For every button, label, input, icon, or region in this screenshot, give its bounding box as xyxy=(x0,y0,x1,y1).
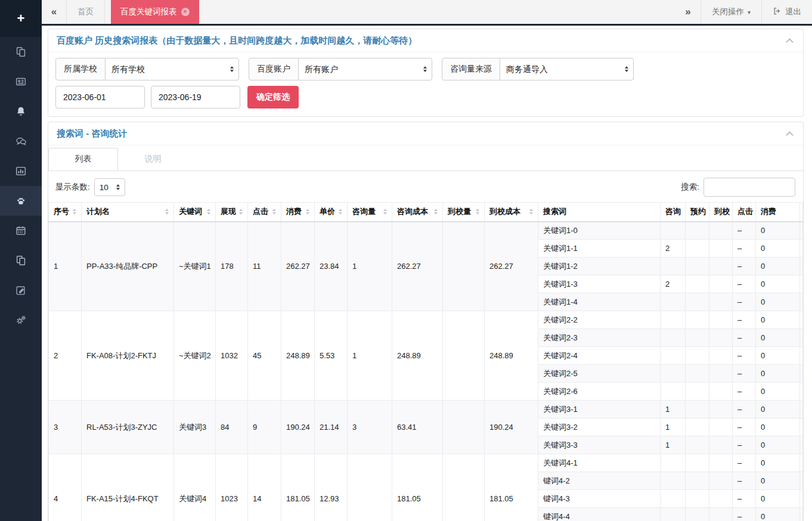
cell-search-term: 关键词2-4 xyxy=(538,347,661,365)
column-header[interactable]: 关键词 xyxy=(174,203,216,222)
cell-term-reserve xyxy=(686,401,709,418)
column-header[interactable]: 消费 xyxy=(281,203,315,222)
tab-description[interactable]: 说明 xyxy=(118,148,188,170)
sidebar-item-files[interactable] xyxy=(0,246,42,275)
sign-out-icon xyxy=(773,7,782,17)
cell-search-term: 关键词2-6 xyxy=(538,383,661,401)
cell-term-click: – xyxy=(733,293,756,311)
sort-icon xyxy=(165,209,169,215)
close-tab-icon[interactable]: × xyxy=(181,8,190,16)
cell-term-arrive xyxy=(709,222,733,240)
cell-spacer xyxy=(800,490,803,508)
cell-arrival-cost: 190.24 xyxy=(485,401,538,454)
table-row: 2FK-A08-计划2-FKTJ~关键词2103245248.895.53124… xyxy=(49,311,803,329)
cell-term-cost: 0 xyxy=(756,490,800,508)
collapse-chevron-icon[interactable] xyxy=(786,38,794,46)
cell-spacer xyxy=(800,365,803,383)
cell-arrival-cost: 248.89 xyxy=(485,311,538,401)
cell-term-inquiry xyxy=(661,222,686,240)
cell-inquiry-cost: 63.41 xyxy=(392,401,443,454)
sidebar-item-settings[interactable] xyxy=(0,305,42,335)
cell-term-cost: 0 xyxy=(756,311,800,329)
gears-icon xyxy=(14,314,27,327)
cell-term-inquiry: 1 xyxy=(661,418,686,436)
column-header[interactable]: 咨询量 xyxy=(348,203,392,222)
cell-term-arrive xyxy=(709,240,733,258)
cell-spacer xyxy=(800,401,803,418)
tab-list[interactable]: 列表 xyxy=(48,148,118,170)
cell-seq: 1 xyxy=(49,222,82,311)
cell-term-click: – xyxy=(733,222,756,240)
column-header[interactable]: 计划名 xyxy=(82,203,174,222)
sidebar-item-documents[interactable] xyxy=(0,37,42,67)
column-header: 点击 xyxy=(733,203,756,222)
cell-search-term: 关键词1-4 xyxy=(538,293,661,311)
cell-search-term: 键词4-3 xyxy=(538,490,661,508)
cell-clicks: 45 xyxy=(248,311,281,401)
logout-button[interactable]: 退出 xyxy=(761,0,812,24)
tabs-scroll-left-button[interactable]: « xyxy=(42,0,67,24)
school-select[interactable]: 所有学校 xyxy=(105,58,239,80)
source-select[interactable]: 商务通导入 xyxy=(500,58,634,80)
tab-home[interactable]: 首页 xyxy=(67,0,105,24)
table-controls: 显示条数: 10 搜索: xyxy=(48,171,803,202)
account-select[interactable]: 所有账户 xyxy=(298,58,432,80)
sort-icon xyxy=(476,209,479,215)
cell-unit-price: 21.14 xyxy=(315,401,348,454)
sidebar-item-baidu-keywords[interactable] xyxy=(0,186,42,216)
cell-term-arrive xyxy=(709,365,733,383)
cell-inquiry-cost: 181.05 xyxy=(392,454,443,521)
tabs-scroll-right-button[interactable]: » xyxy=(675,0,701,24)
cell-spacer xyxy=(800,329,803,347)
cell-inquiries: 1 xyxy=(348,222,392,311)
cell-term-cost: 0 xyxy=(756,365,800,383)
cell-impressions: 1023 xyxy=(216,454,248,521)
cell-term-reserve xyxy=(686,472,709,490)
column-header[interactable]: 展现 xyxy=(216,203,248,222)
cell-arrival-cost: 262.27 xyxy=(485,222,538,311)
sidebar-item-notifications[interactable] xyxy=(0,97,42,126)
column-header[interactable]: 单价 xyxy=(315,203,348,222)
confirm-filter-button[interactable]: 确定筛选 xyxy=(247,86,299,108)
column-header[interactable]: 咨询成本 xyxy=(392,203,443,222)
cell-term-click: – xyxy=(733,490,756,508)
cell-term-arrive xyxy=(709,258,733,275)
sidebar-item-edit[interactable] xyxy=(0,275,42,305)
sidebar-item-cards[interactable] xyxy=(0,67,42,97)
sidebar-item-messages[interactable] xyxy=(0,126,42,156)
cell-term-cost: 0 xyxy=(756,472,800,490)
date-from-input[interactable] xyxy=(55,86,145,108)
cell-keyword: 关键词3 xyxy=(174,401,216,454)
cell-search-term: 关键词1-3 xyxy=(538,275,661,293)
column-header[interactable]: 到校量 xyxy=(443,203,485,222)
cell-term-inquiry xyxy=(661,508,686,521)
cell-clicks: 11 xyxy=(248,222,281,311)
tab-baidu-keyword-report[interactable]: 百度关键词报表 × xyxy=(111,0,199,24)
cell-search-term: 键词4-4 xyxy=(538,508,661,521)
cell-term-cost: 0 xyxy=(756,508,800,521)
date-to-input[interactable] xyxy=(151,86,240,108)
close-operations-dropdown[interactable]: 关闭操作 ▾ xyxy=(701,0,761,24)
cell-plan: RL-A53-计划3-ZYJC xyxy=(82,401,174,454)
cell-term-reserve xyxy=(686,293,709,311)
cell-term-cost: 0 xyxy=(756,454,800,472)
column-header[interactable]: 点击 xyxy=(248,203,281,222)
cell-term-cost: 0 xyxy=(756,329,800,347)
cell-term-reserve xyxy=(686,454,709,472)
cell-cost: 190.24 xyxy=(281,401,315,454)
collapse-chevron-icon[interactable] xyxy=(786,131,794,139)
cell-term-click: – xyxy=(733,472,756,490)
sidebar-item-calendar[interactable] xyxy=(0,216,42,246)
column-header[interactable]: 到校成本 xyxy=(485,203,538,222)
stats-tabs: 列表 说明 xyxy=(48,145,803,171)
page-size-select[interactable]: 10 xyxy=(94,178,125,196)
cell-keyword: 关键词4 xyxy=(174,454,216,521)
column-header[interactable]: 序号 xyxy=(49,203,82,222)
sidebar-item-reports[interactable] xyxy=(0,156,42,186)
cell-search-term: 键词4-2 xyxy=(538,472,661,490)
sidebar-logo[interactable]: + xyxy=(0,0,42,37)
cell-term-click: – xyxy=(733,436,756,454)
cell-term-cost: 0 xyxy=(756,418,800,436)
search-input[interactable] xyxy=(703,178,795,197)
cell-term-arrive xyxy=(709,311,733,329)
